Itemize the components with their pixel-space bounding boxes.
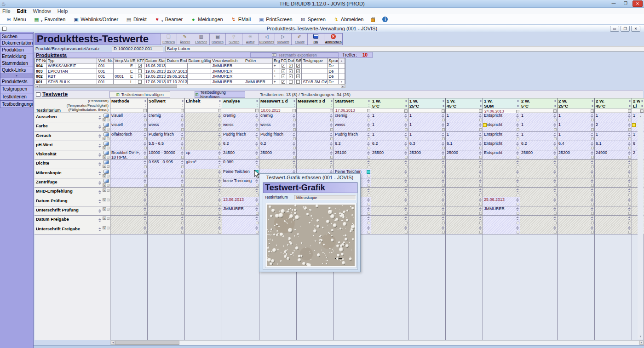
cell-expand-button[interactable]: [479, 222, 482, 224]
cell-expand-button[interactable]: [591, 137, 594, 140]
cell-expand-button[interactable]: [591, 156, 594, 159]
cell-datum-freigabe-1-w-45-c[interactable]: [446, 216, 483, 224]
cell-expand-button[interactable]: [517, 175, 519, 177]
cell-expand-button[interactable]: [517, 194, 519, 196]
checkbox-checked[interactable]: ✓: [289, 64, 293, 68]
cell-viskosit-t-analyse[interactable]: 24500: [222, 150, 259, 159]
cell-zentrifuge-1-w-sum[interactable]: [483, 178, 520, 187]
cell-datum-freigabe-einheit[interactable]: [185, 216, 222, 224]
cell-geruch-1-w-45-c[interactable]: 1: [446, 132, 483, 141]
cell-farbe-sollwert[interactable]: weiss: [148, 122, 185, 131]
column-header-1-w-45-c[interactable]: 1 W.45°C: [446, 98, 483, 113]
cell-expand-button[interactable]: [405, 194, 408, 196]
cell-zentrifuge-1-w-5-c[interactable]: [371, 178, 408, 187]
cell-farbe-2-w-25-c[interactable]: 1: [558, 122, 595, 131]
l-schen-button[interactable]: ▥Löschen: [193, 34, 209, 45]
cell-expand-button[interactable]: [554, 194, 557, 196]
cell-dichte-startwert[interactable]: [334, 160, 371, 168]
mini-expand-button[interactable]: [107, 165, 109, 168]
cell-expand-button[interactable]: [330, 128, 333, 131]
cell-ph-wert-methode[interactable]: [110, 141, 148, 150]
cell-expand-button[interactable]: [181, 203, 184, 205]
row-label-mhd-empfehlung[interactable]: MHD-EmpfehlungM: [34, 188, 110, 196]
cell-aussehen-2-w-45-c[interactable]: 1: [595, 113, 632, 122]
cell-mhd-empfehlung-1-w-5-c[interactable]: [371, 188, 408, 196]
scroll-left-arrow[interactable]: ◂: [35, 85, 39, 88]
cell-viskosit-t-2-w-5-c[interactable]: 25600: [520, 150, 558, 159]
cell-geruch-messwert-3-d[interactable]: [297, 132, 334, 141]
cell-expand-button[interactable]: [218, 119, 221, 121]
graphic-attachment-icon[interactable]: [104, 132, 109, 137]
cell-expand-button[interactable]: [517, 128, 519, 131]
drucken-button[interactable]: ▤Drucken: [209, 34, 226, 45]
cell-dichte-messwert-3-d[interactable]: [297, 160, 334, 168]
sidebar-item-entwicklung[interactable]: Entwicklung: [0, 53, 33, 60]
toolbar-item-meldungen[interactable]: ●Meldungen: [187, 15, 225, 23]
graphic-attachment-icon[interactable]: [104, 123, 109, 127]
cell-expand-button[interactable]: [591, 194, 594, 196]
cell-mhd-empfehlung-1-w-45-c[interactable]: [446, 188, 483, 196]
matrix-button[interactable]: M: [103, 198, 106, 201]
mini-expand-button[interactable]: [107, 175, 109, 177]
testwerte-hscrollbar[interactable]: ◂ ▸: [110, 340, 644, 345]
cell-expand-button[interactable]: [628, 222, 631, 224]
checkbox-checked[interactable]: ✓: [289, 74, 293, 78]
cell-unterschrift-pr-fung-einheit[interactable]: [185, 206, 222, 215]
expand-box[interactable]: [479, 109, 482, 113]
cell-expand-button[interactable]: [144, 175, 147, 177]
cell-ph-wert-2-w-5-c[interactable]: 6.2: [520, 141, 558, 150]
cell-expand-button[interactable]: [293, 156, 296, 159]
cell-expand-button[interactable]: [256, 165, 259, 168]
expand-box[interactable]: [628, 109, 631, 113]
cell-geruch-sollwert[interactable]: Puderig frisch: [148, 132, 185, 141]
cell-geruch-2-w-5-c[interactable]: 1: [520, 132, 558, 141]
cell-unterschrift-pr-fung-2-w-45-c[interactable]: [595, 206, 632, 215]
sidebar-item-quick-links[interactable]: Quick-Links: [0, 67, 33, 74]
cell-expand-button[interactable]: [144, 203, 147, 205]
cell-expand-button[interactable]: [330, 147, 333, 149]
cell-dichte-1-w-sum[interactable]: [483, 160, 520, 168]
matrix-button[interactable]: M: [103, 165, 106, 168]
cell-aussehen-2-w-25-c[interactable]: 1: [558, 113, 595, 122]
cell-farbe-methode[interactable]: visuell: [110, 122, 148, 131]
cell-expand-button[interactable]: [554, 156, 557, 159]
cell-expand-button[interactable]: [144, 231, 147, 234]
checkbox-checked[interactable]: ✓: [289, 69, 293, 73]
column-header-sollwert[interactable]: Sollwert: [148, 98, 185, 113]
cell-datum-freigabe-1-w-sum[interactable]: [483, 216, 520, 224]
cell-ph-wert-messwert-1-d[interactable]: 6.2: [259, 141, 297, 150]
cell-zentrifuge-1-w-45-c[interactable]: [446, 178, 483, 187]
cell-mikroskopie-2-w-25-c[interactable]: [558, 169, 595, 178]
row-label-zentrifuge[interactable]: ZentrifugeM: [34, 178, 110, 187]
mini-expand-button[interactable]: [107, 147, 109, 149]
cell-unterschrift-freigabe-analyse[interactable]: [222, 225, 259, 234]
cell-zentrifuge-sollwert[interactable]: [148, 178, 185, 187]
cell-expand-button[interactable]: [405, 119, 408, 121]
matrix-button[interactable]: M: [103, 226, 106, 229]
cell-mhd-empfehlung-methode[interactable]: [110, 188, 148, 196]
cell-expand-button[interactable]: [218, 156, 221, 159]
cell-datum-freigabe-1-w-5-c[interactable]: [371, 216, 408, 224]
menu-help[interactable]: Help: [58, 8, 68, 14]
cell-datum-freigabe-1-w-25-c[interactable]: [408, 216, 446, 224]
graphic-attachment-icon[interactable]: [104, 114, 109, 118]
checkbox-unchecked[interactable]: [289, 80, 293, 84]
cell-expand-button[interactable]: [368, 231, 370, 234]
cell-farbe-2-w-5-c[interactable]: 1: [520, 122, 558, 131]
column-header-2-w-45-c[interactable]: 2 W.45°C: [595, 98, 632, 113]
cell-expand-button[interactable]: [218, 147, 221, 149]
cell-expand-button[interactable]: [628, 212, 631, 215]
cell-expand-button[interactable]: [405, 203, 408, 205]
cell-unterschrift-freigabe-1-w-sum[interactable]: [483, 225, 520, 234]
cell-datum-freigabe-2-w-5-c[interactable]: [520, 216, 558, 224]
cell-expand-button[interactable]: [218, 184, 221, 187]
checkbox-unchecked[interactable]: [296, 80, 300, 84]
cell-expand-button[interactable]: [330, 137, 333, 140]
cell-unterschrift-pr-fung-methode[interactable]: [110, 206, 148, 215]
cell-viskosit-t-sollwert[interactable]: 10000 - 30000: [148, 150, 185, 159]
cell-datum-freigabe-sollwert[interactable]: [148, 216, 185, 224]
cell-viskosit-t-2-w-25-c[interactable]: 25200: [558, 150, 595, 159]
expand-box[interactable]: [330, 109, 333, 112]
graphic-attachment-icon[interactable]: [104, 179, 109, 183]
row-label-ph-wert[interactable]: pH-WertM: [34, 141, 110, 150]
